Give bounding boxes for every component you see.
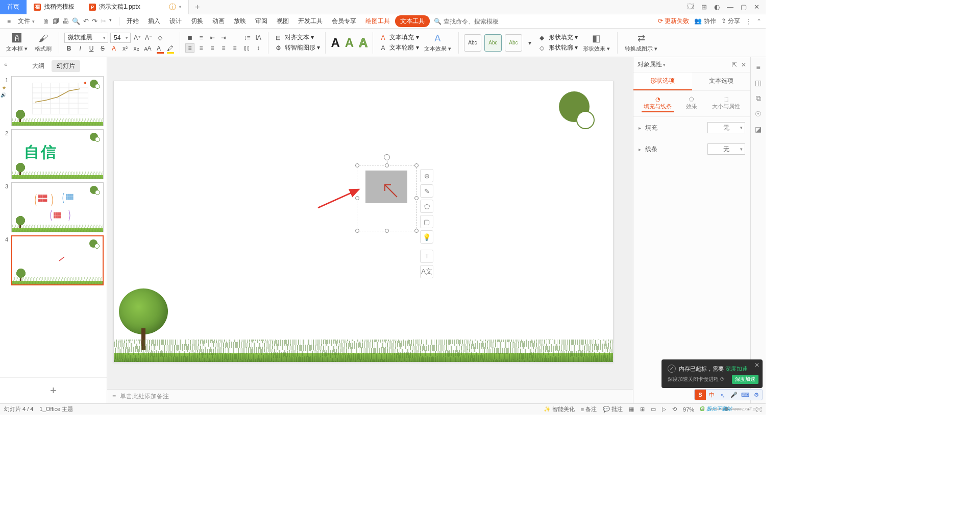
print-preview-icon[interactable]: 🔍 (72, 17, 80, 25)
popup-close-icon[interactable]: ✕ (754, 361, 760, 369)
notes-pane[interactable]: ≡ 单击此处添加备注 (107, 389, 633, 403)
slides-tab[interactable]: 幻灯片 (52, 60, 80, 72)
align-justify-button[interactable]: ≡ (219, 43, 228, 53)
shape-body[interactable] (365, 171, 407, 203)
add-slide-button[interactable]: + (0, 377, 107, 403)
update-fail[interactable]: ⟳ 更新失败 (658, 17, 689, 26)
beautify-button[interactable]: ✨ 智能美化 (544, 405, 575, 413)
ime-settings-icon[interactable]: ⚙ (751, 390, 762, 400)
text-fill-button[interactable]: 文本填充 ▾ (389, 33, 419, 42)
view-slideshow-icon[interactable]: ▷ (662, 406, 666, 413)
save-icon[interactable]: 🗎 (43, 17, 50, 25)
minimize-button[interactable]: — (727, 3, 733, 11)
expand-line[interactable]: ▸ (639, 147, 641, 152)
mini-collapse[interactable]: ⊖ (420, 169, 433, 182)
mini-idea[interactable]: 💡 (420, 230, 433, 244)
line-select[interactable]: 无 (707, 143, 745, 155)
tab-design[interactable]: 设计 (165, 15, 186, 28)
format-painter-button[interactable]: 🖌 格式刷 (33, 33, 54, 53)
expand-fill[interactable]: ▸ (639, 125, 641, 131)
slide-thumb-2[interactable]: 2 自信 (1, 129, 104, 179)
mini-translate[interactable]: A文 (420, 265, 433, 278)
view-reading-icon[interactable]: ▭ (651, 406, 656, 413)
tab-vip[interactable]: 会员专享 (328, 15, 360, 28)
text-style-outline2[interactable]: A (359, 36, 368, 50)
smart-graphic-button[interactable]: 转智能图形 ▾ (285, 43, 320, 52)
resize-handle-br[interactable] (414, 229, 419, 233)
tab-menu-icon[interactable]: • (179, 4, 181, 11)
popup-action-button[interactable]: 深度加速 (732, 375, 758, 384)
mini-text[interactable]: Ｔ (420, 250, 433, 263)
slide-canvas[interactable]: ⊖ ✎ ⬠ ▢ 💡 Ｔ A文 (113, 81, 614, 363)
new-tab-button[interactable]: + (189, 3, 206, 12)
tab-home[interactable]: 首页 (0, 0, 27, 14)
ime-logo-icon[interactable]: S (695, 390, 706, 400)
comment-button[interactable]: 💬 批注 (603, 405, 623, 413)
convert-graphic-button[interactable]: ⇄ 转换成图示 ▾ (623, 33, 659, 53)
command-search[interactable]: 🔍 (434, 18, 505, 25)
redo-icon[interactable]: ↷ (92, 17, 97, 25)
apps-icon[interactable]: ⊞ (701, 3, 707, 11)
italic-button[interactable]: I (76, 44, 85, 53)
undo-icon[interactable]: ↶ (83, 17, 89, 25)
fill-select[interactable]: 无 (707, 122, 745, 133)
zoom-fit-icon[interactable]: ⟲ (672, 406, 677, 413)
underline-button[interactable]: U (87, 44, 96, 53)
tab-start[interactable]: 开始 (122, 15, 143, 28)
share-button[interactable]: ⇪ 分享 (721, 17, 740, 26)
align-distribute-button[interactable]: ≡ (230, 43, 239, 53)
more-icon[interactable]: ⋮ (745, 18, 751, 25)
highlight-button[interactable]: 🖍 (165, 44, 175, 53)
clear-format-button[interactable]: ◇ (155, 33, 164, 42)
slide-thumb-4[interactable]: 4 (1, 235, 104, 285)
shape-style-3[interactable]: Abc (505, 34, 522, 52)
shape-style-more[interactable]: ▾ (525, 38, 534, 47)
text-effect-button[interactable]: A 文本效果 ▾ (422, 33, 453, 53)
tab-view[interactable]: 视图 (273, 15, 293, 28)
mini-edit[interactable]: ✎ (420, 184, 433, 198)
mini-frame[interactable]: ▢ (420, 215, 433, 228)
user-icon[interactable]: ◐ (714, 3, 720, 11)
tab-developer[interactable]: 开发工具 (294, 15, 327, 28)
align-left-button[interactable]: ≡ (185, 43, 194, 53)
outline-tab[interactable]: 大纲 (27, 60, 50, 72)
text-style-outline1[interactable]: A (345, 36, 354, 50)
view-sorter-icon[interactable]: ⊞ (640, 406, 645, 413)
rotate-handle[interactable] (384, 154, 390, 160)
resize-handle-bm[interactable] (385, 229, 389, 233)
coop-button[interactable]: 👥 协作 (694, 17, 716, 26)
close-button[interactable]: ✕ (754, 3, 760, 11)
file-menu[interactable]: 文件 ▾ (15, 15, 38, 28)
view-normal-icon[interactable]: ▦ (629, 406, 634, 413)
shrink-font-button[interactable]: A⁻ (144, 33, 153, 42)
props-tab-shape[interactable]: 形状选项 (633, 73, 692, 90)
close-panel-icon[interactable]: ✕ (741, 61, 746, 68)
columns-button[interactable]: ⫿⫿ (242, 43, 252, 53)
ime-mic-icon[interactable]: 🎤 (728, 390, 740, 400)
font-name-select[interactable]: 微软雅黑 (64, 33, 108, 43)
indent-inc-button[interactable]: ⇥ (219, 33, 228, 42)
font-color-button[interactable]: A (154, 44, 163, 53)
collapse-ribbon-icon[interactable]: ⌃ (756, 18, 762, 25)
hamburger-icon[interactable]: ≡ (4, 16, 14, 27)
superscript-button[interactable]: x² (120, 44, 130, 53)
subscript-button[interactable]: x₂ (132, 44, 141, 53)
ime-keyboard-icon[interactable]: ⌨ (740, 390, 751, 400)
numbering-button[interactable]: ≡ (197, 33, 206, 42)
canvas-scroll[interactable]: ⊖ ✎ ⬠ ▢ 💡 Ｔ A文 (107, 57, 633, 389)
ime-lang[interactable]: 中 (706, 390, 717, 400)
slide-thumb-1[interactable]: 1★🔊 ◂ (1, 76, 104, 126)
tab-review[interactable]: 审阅 (251, 15, 272, 28)
tab-templates[interactable]: 稻 找稻壳模板 (27, 0, 82, 14)
text-outline-button[interactable]: 文本轮廓 ▾ (389, 43, 419, 52)
line-spacing-button[interactable]: ↕≡ (242, 33, 252, 42)
shape-outline-button[interactable]: 形状轮廓 ▾ (549, 43, 578, 52)
rail-style-icon[interactable]: ◫ (755, 79, 762, 87)
align-center-button[interactable]: ≡ (197, 43, 206, 53)
rail-selection-icon[interactable]: ⧉ (756, 94, 761, 103)
align-right-button[interactable]: ≡ (208, 43, 217, 53)
shape-style-1[interactable]: Abc (464, 34, 481, 52)
text-style-fill[interactable]: A (331, 36, 339, 50)
print-icon[interactable]: 🖶 (62, 17, 69, 25)
tab-slideshow[interactable]: 放映 (230, 15, 250, 28)
